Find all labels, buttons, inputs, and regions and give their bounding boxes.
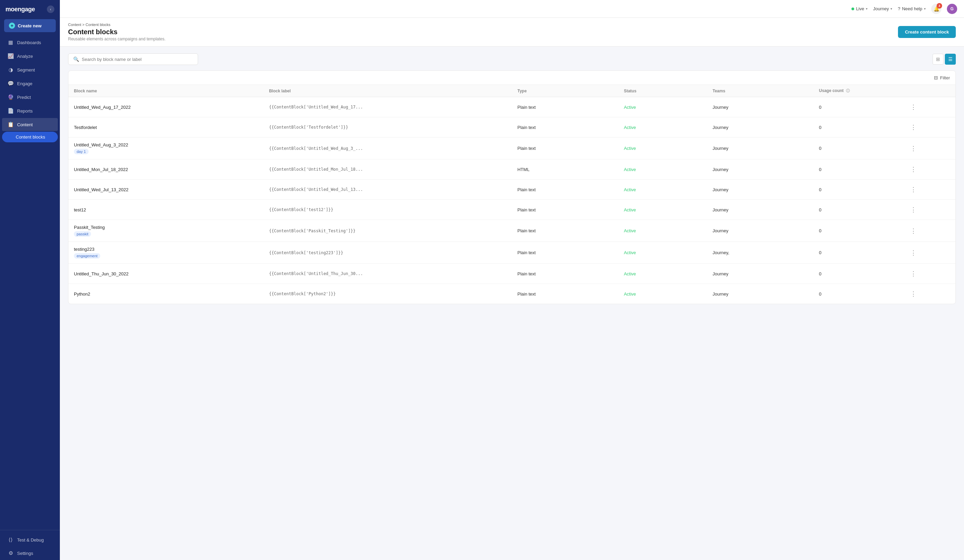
block-name-cell: Passkit_Testing — [74, 225, 258, 230]
page-header-left: Content > Content blocks Content blocks … — [68, 23, 166, 41]
create-new-label: Create new — [18, 23, 41, 28]
breadcrumb-current: Content blocks — [86, 23, 111, 27]
table-row: Testfordelet{{ContentBlock['Testfordelet… — [68, 117, 956, 138]
more-options-button[interactable]: ⋮ — [907, 184, 919, 195]
sidebar-logo: moengage ‹ — [0, 0, 60, 16]
block-usage-count-cell: 0 — [814, 264, 902, 284]
usage-count-info-icon[interactable]: ⓘ — [846, 89, 850, 93]
journey-chevron-icon: ▾ — [891, 7, 892, 11]
sidebar-item-engage[interactable]: 💬 Engage — [2, 77, 58, 90]
notification-badge: 3 — [936, 3, 942, 8]
live-status[interactable]: Live ▾ — [852, 6, 868, 11]
block-teams-cell: Journey — [707, 264, 814, 284]
col-header-actions — [902, 85, 956, 97]
grid-view-button[interactable]: ⊞ — [933, 54, 943, 65]
more-options-button[interactable]: ⋮ — [907, 102, 919, 112]
sidebar-collapse-button[interactable]: ‹ — [47, 5, 54, 13]
block-actions-cell: ⋮ — [902, 180, 956, 200]
more-options-button[interactable]: ⋮ — [907, 289, 919, 299]
block-type-cell: Plain text — [512, 220, 618, 242]
block-status-cell: Active — [619, 200, 707, 220]
notification-button[interactable]: 🔔 3 — [931, 4, 941, 14]
block-status-cell: Active — [619, 242, 707, 264]
create-new-button[interactable]: + Create new — [4, 19, 56, 32]
more-options-button[interactable]: ⋮ — [907, 122, 919, 132]
block-name-cell: Untitled_Wed_Aug_17_2022 — [74, 105, 258, 110]
block-actions-cell: ⋮ — [902, 97, 956, 117]
block-tag: passkit — [74, 231, 91, 237]
block-name-cell: Untitled_Mon_Jul_18_2022 — [74, 167, 258, 172]
table-row: testing223engagement{{ContentBlock['test… — [68, 242, 956, 264]
block-teams-cell: Journey — [707, 160, 814, 180]
block-type-cell: Plain text — [512, 180, 618, 200]
table-row: Untitled_Wed_Aug_3_2022day 1{{ContentBlo… — [68, 138, 956, 160]
content-blocks-table: ⊟ Filter Block name Block label Type Sta… — [68, 70, 956, 304]
search-input[interactable] — [82, 57, 193, 62]
table-header: Block name Block label Type Status Teams… — [68, 85, 956, 97]
settings-icon: ⚙ — [8, 550, 14, 556]
sidebar: moengage ‹ + Create new ▦ Dashboards 📈 A… — [0, 0, 60, 560]
more-options-button[interactable]: ⋮ — [907, 205, 919, 215]
engage-icon: 💬 — [8, 80, 14, 86]
col-header-block-label: Block label — [264, 85, 512, 97]
block-status-cell: Active — [619, 220, 707, 242]
sidebar-item-predict[interactable]: 🔮 Predict — [2, 91, 58, 104]
block-type-cell: Plain text — [512, 264, 618, 284]
block-actions-cell: ⋮ — [902, 160, 956, 180]
block-usage-count-cell: 0 — [814, 242, 902, 264]
logo-text: moengage — [5, 6, 35, 13]
more-options-button[interactable]: ⋮ — [907, 247, 919, 258]
col-header-block-name: Block name — [68, 85, 264, 97]
plus-icon: + — [9, 23, 15, 29]
filter-button[interactable]: ⊟ Filter — [934, 75, 950, 80]
test-debug-icon: ⟨⟩ — [8, 537, 14, 543]
block-usage-count-cell: 0 — [814, 160, 902, 180]
live-dot — [852, 8, 854, 10]
block-status-cell: Active — [619, 264, 707, 284]
search-box: 🔍 — [68, 54, 198, 65]
block-status-cell: Active — [619, 117, 707, 138]
block-tag: day 1 — [74, 149, 89, 154]
more-options-button[interactable]: ⋮ — [907, 143, 919, 154]
help-button[interactable]: ? Need help ▾ — [898, 6, 926, 11]
block-teams-cell: Journey — [707, 180, 814, 200]
avatar[interactable]: G — [947, 4, 957, 14]
page-subtitle: Reusable elements across campaigns and t… — [68, 37, 166, 41]
block-usage-count-cell: 0 — [814, 200, 902, 220]
filter-label: Filter — [940, 75, 950, 80]
block-actions-cell: ⋮ — [902, 264, 956, 284]
help-circle-icon: ? — [898, 6, 900, 11]
block-name-cell: test12 — [74, 207, 258, 212]
sidebar-item-content[interactable]: 📋 Content — [2, 118, 58, 131]
more-options-button[interactable]: ⋮ — [907, 269, 919, 279]
create-content-block-button[interactable]: Create content block — [898, 26, 956, 38]
sidebar-item-test-debug[interactable]: ⟨⟩ Test & Debug — [2, 533, 58, 546]
live-chevron-icon: ▾ — [866, 7, 868, 11]
sidebar-item-label: Settings — [17, 551, 33, 556]
block-actions-cell: ⋮ — [902, 117, 956, 138]
block-teams-cell: Journey — [707, 284, 814, 304]
sidebar-item-content-blocks[interactable]: Content blocks — [2, 132, 58, 142]
sidebar-item-settings[interactable]: ⚙ Settings — [2, 547, 58, 560]
block-name-cell: testing223 — [74, 247, 258, 252]
journey-selector[interactable]: Journey ▾ — [873, 6, 892, 11]
block-type-cell: Plain text — [512, 138, 618, 160]
table-row: Passkit_Testingpasskit{{ContentBlock['Pa… — [68, 220, 956, 242]
sidebar-item-dashboards[interactable]: ▦ Dashboards — [2, 36, 58, 49]
predict-icon: 🔮 — [8, 94, 14, 100]
sidebar-item-analyze[interactable]: 📈 Analyze — [2, 50, 58, 63]
sidebar-item-label: Content — [17, 122, 33, 127]
dashboards-icon: ▦ — [8, 39, 14, 46]
blocks-table: Block name Block label Type Status Teams… — [68, 85, 956, 304]
block-teams-cell: Journey — [707, 138, 814, 160]
more-options-button[interactable]: ⋮ — [907, 226, 919, 236]
sidebar-item-reports[interactable]: 📄 Reports — [2, 104, 58, 117]
sidebar-item-label: Dashboards — [17, 40, 41, 45]
block-usage-count-cell: 0 — [814, 138, 902, 160]
sidebar-item-segment[interactable]: ◑ Segment — [2, 63, 58, 76]
block-type-cell: Plain text — [512, 200, 618, 220]
list-view-button[interactable]: ☰ — [945, 54, 956, 65]
more-options-button[interactable]: ⋮ — [907, 164, 919, 174]
col-header-usage-count: Usage count ⓘ — [814, 85, 902, 97]
sidebar-item-label: Segment — [17, 67, 35, 73]
